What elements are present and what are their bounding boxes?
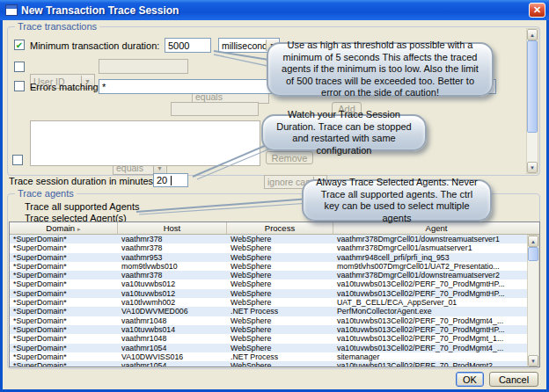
user-filter-checkbox[interactable]	[14, 62, 25, 72]
table-cell: *SuperDomain*	[10, 235, 118, 243]
cancel-button[interactable]: Cancel	[489, 372, 538, 387]
filter-list-checkbox[interactable]	[12, 155, 23, 165]
table-cell: *SuperDomain*	[10, 307, 118, 316]
table-cell: *SuperDomain*	[10, 344, 118, 352]
min-duration-label: Minimum transaction duration:	[30, 40, 159, 51]
table-cell: va10tuvwbs013Cell02/PERF_70_ProdMgmtHP..…	[333, 279, 527, 288]
table-cell: *SuperDomain*	[10, 253, 118, 262]
transactions-scrollbar-thumb[interactable]	[527, 40, 538, 133]
agent-table-scrollbar[interactable]: ▲ ▼	[527, 235, 539, 367]
table-cell: *SuperDomain*	[10, 279, 118, 288]
callout-threshold: Use as high as threshold as possible wit…	[267, 42, 494, 97]
table-row[interactable]: *SuperDomain*vaathmr378WebSpherevaathmr3…	[10, 271, 527, 279]
table-row[interactable]: *SuperDomain*vaathmr1048WebSphereva10tuv…	[10, 334, 527, 343]
table-row[interactable]: *SuperDomain*VA10DWVMED006.NET ProcessPe…	[10, 307, 527, 316]
table-cell: WebSphere	[227, 344, 333, 352]
table-cell: va10tuvwbs013Cell02/PERF_70_ProdMgmt4_..…	[333, 344, 527, 352]
table-cell: vaathmr378DmgrCell01/downstreamuatserver…	[333, 271, 527, 279]
table-row[interactable]: *SuperDomain*va10tuvwbs012WebSphereva10t…	[10, 289, 527, 298]
column-header-host[interactable]: Host	[118, 222, 227, 234]
table-cell: vaathmr378DmgrCell01/asmuatserver1	[333, 243, 527, 252]
column-header-domain[interactable]: Domain▸	[10, 222, 118, 234]
table-cell: va10tuvwbs013Cell02/PERF_70_ProdMgmtHP..…	[333, 289, 527, 298]
min-duration-unit-value: milliseconds	[222, 40, 272, 51]
text-caret	[171, 176, 172, 185]
table-cell: WebSphere	[227, 298, 333, 307]
table-row[interactable]: *SuperDomain*va10tuvwbs014WebSphereva10t…	[10, 325, 527, 334]
scroll-down-icon[interactable]: ▼	[528, 355, 538, 367]
table-cell: vaathmr948cell_prfi/prfi_inq_953	[333, 253, 527, 262]
table-cell: UAT_B_CELL/ECA_AppServer_01	[333, 298, 527, 307]
table-cell: va10tuvwbs013Cell02/PERF_70_ProdMgmtHP..…	[333, 325, 527, 334]
dialog-window: New Transaction Trace Session ✕ Trace tr…	[0, 0, 549, 392]
table-cell: WebSphere	[227, 262, 333, 271]
table-row[interactable]: *SuperDomain*vaathmr953WebSpherevaathmr9…	[10, 253, 527, 262]
callout-selected-agents: Always Trace Selected Agents. Never Trac…	[302, 179, 492, 221]
table-row[interactable]: *SuperDomain*vaathmr1054WebSphereva10tuv…	[10, 344, 527, 352]
radio-trace-all-label: Trace all supported Agents	[25, 201, 139, 212]
table-cell: *SuperDomain*	[10, 316, 118, 325]
table-cell: PerfMonCollectorAgent.exe	[333, 307, 527, 316]
table-row[interactable]: *SuperDomain*vaathmr378WebSpherevaathmr3…	[10, 235, 527, 243]
table-cell: *SuperDomain*	[10, 361, 118, 367]
table-cell: vaathmr1054	[118, 344, 227, 352]
min-duration-input[interactable]	[165, 38, 211, 53]
table-cell: WebSphere	[227, 271, 333, 279]
filter-list[interactable]	[30, 120, 260, 166]
table-cell: va10tuvwbs014	[118, 325, 227, 334]
table-cell: *SuperDomain*	[10, 334, 118, 343]
scroll-up-icon[interactable]: ▲	[528, 236, 538, 247]
table-cell: WebSphere	[227, 361, 333, 367]
table-row[interactable]: *SuperDomain*mom9tlvwbs010WebSpheremom9t…	[10, 262, 527, 271]
table-cell: WebSphere	[227, 243, 333, 252]
column-header-domain-label: Domain	[46, 223, 75, 233]
table-cell: vaathmr1054	[118, 361, 227, 367]
close-icon[interactable]: ✕	[529, 3, 545, 18]
table-cell: VA10DWVMED006	[118, 307, 227, 316]
agent-table-body: *SuperDomain*vaathmr378WebSpherevaathmr3…	[10, 235, 527, 367]
table-row[interactable]: *SuperDomain*va10tuvwbs012WebSphereva10t…	[10, 279, 527, 288]
transactions-scrollbar[interactable]: ▲ ▼	[526, 28, 538, 174]
table-cell: va10tuvwbs013Cell02/PERF_70_ProdMgmt2_..…	[333, 361, 527, 367]
table-cell: *SuperDomain*	[10, 262, 118, 271]
trace-agents-title: Trace agents	[15, 187, 77, 200]
table-cell: vaathmr378	[118, 243, 227, 252]
errors-matching-checkbox[interactable]	[14, 81, 25, 91]
filter-value-input	[171, 102, 259, 116]
table-cell: WebSphere	[227, 235, 333, 243]
table-cell: va10tuvwbs013Cell02/PERF_70_ProdMgmt4_..…	[333, 316, 527, 325]
table-cell: vaathmr378	[118, 271, 227, 279]
scroll-down-icon[interactable]: ▼	[527, 162, 538, 173]
table-row[interactable]: *SuperDomain*vaathmr1048WebSphereva10tuv…	[10, 316, 527, 325]
agent-table-header: Domain▸ Host Process Agent	[10, 222, 539, 235]
table-cell: va10tuvwbs012	[118, 289, 227, 298]
table-cell: vaathmr1048	[118, 334, 227, 343]
title-bar: New Transaction Trace Session ✕	[0, 0, 549, 20]
agent-table-scrollbar-thumb[interactable]	[528, 247, 538, 261]
table-cell: *SuperDomain*	[10, 271, 118, 279]
table-cell: WebSphere	[227, 325, 333, 334]
scroll-up-icon[interactable]: ▲	[527, 29, 538, 40]
table-cell: *SuperDomain*	[10, 289, 118, 298]
table-cell: va10tuvwbs013Cell02/PERF_70_ProdMgmt_1..…	[333, 334, 527, 343]
table-cell: WebSphere	[227, 279, 333, 288]
ok-button[interactable]: OK	[456, 372, 484, 387]
sort-icon: ▸	[77, 226, 81, 232]
table-row[interactable]: *SuperDomain*vaathmr1054WebSphereva10tuv…	[10, 361, 527, 367]
table-row[interactable]: *SuperDomain*VA10DWVISS016.NET Processsi…	[10, 352, 527, 361]
trace-transactions-title: Trace transactions	[15, 20, 99, 33]
agent-table: Domain▸ Host Process Agent *SuperDomain*…	[9, 221, 540, 367]
errors-matching-label: Errors matching	[30, 82, 99, 92]
table-cell: va10tlvwmh002	[118, 298, 227, 307]
table-cell: vaathmr1048	[118, 316, 227, 325]
window-title: New Transaction Trace Session	[21, 4, 529, 17]
table-cell: WebSphere	[227, 289, 333, 298]
table-cell: WebSphere	[227, 253, 333, 262]
table-cell: va10tuvwbs012	[118, 279, 227, 288]
min-duration-checkbox[interactable]: ✔	[14, 40, 25, 50]
table-row[interactable]: *SuperDomain*vaathmr378WebSpherevaathmr3…	[10, 243, 527, 252]
table-row[interactable]: *SuperDomain*va10tlvwmh002WebSphereUAT_B…	[10, 298, 527, 307]
session-duration-label: Trace session duration in minutes:	[9, 176, 156, 186]
callout-duration: Watch your Trace Session Duration. Trace…	[261, 114, 427, 151]
table-cell: WebSphere	[227, 334, 333, 343]
